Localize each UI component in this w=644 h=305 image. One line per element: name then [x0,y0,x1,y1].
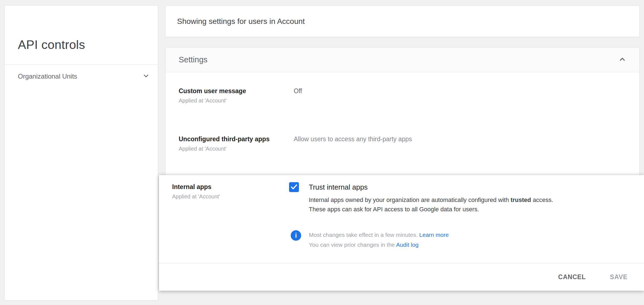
scope-banner: Showing settings for users in Account [165,5,640,37]
audit-log-link[interactable]: Audit log [396,242,419,248]
setting-applied-at: Applied at 'Account' [179,97,294,104]
description-line-2: These apps can ask for API access to all… [309,205,614,214]
save-button[interactable]: SAVE [606,270,632,285]
dialog-actions: CANCEL SAVE [159,264,644,291]
note-text: You can view prior changes in the [309,242,396,248]
setting-label-column: Unconfigured third-party apps Applied at… [179,135,294,152]
note-line-1: Most changes take effect in a few minute… [309,230,449,240]
trust-internal-apps-row: Trust internal apps [289,182,368,192]
api-controls-page: API controls Organizational Units Showin… [0,0,644,305]
organizational-units-label: Organizational Units [18,73,77,80]
setting-label-column: Internal apps Applied at 'Account' [172,183,220,200]
settings-card: Settings Custom user message Applied at … [165,47,640,179]
sidebar-item-organizational-units[interactable]: Organizational Units [5,68,158,85]
scope-text: Showing settings for users in Account [177,17,305,26]
divider [5,64,158,65]
sidebar: API controls Organizational Units [4,5,158,301]
setting-applied-at: Applied at 'Account' [172,193,220,200]
description-text: access. [531,196,553,203]
changes-note: Most changes take effect in a few minute… [309,230,449,250]
setting-name: Custom user message [179,87,294,95]
description-bold-text: trusted [511,196,531,203]
note-line-2: You can view prior changes in the Audit … [309,240,449,250]
checkmark-icon [290,183,298,192]
setting-value: Off [294,87,302,104]
setting-row-unconfigured-third-party-apps[interactable]: Unconfigured third-party apps Applied at… [166,135,639,152]
settings-rows: Custom user message Applied at 'Account'… [166,72,639,152]
note-text: Most changes take effect in a few minute… [309,232,419,238]
setting-label-column: Custom user message Applied at 'Account' [179,87,294,104]
internal-apps-editor: Internal apps Applied at 'Account' Trust… [159,175,644,291]
setting-value: Allow users to access any third-party ap… [294,135,412,152]
chevron-up-icon [618,55,627,65]
cancel-button[interactable]: CANCEL [554,270,590,285]
learn-more-link[interactable]: Learn more [419,232,449,238]
chevron-down-icon [142,72,150,81]
internal-apps-description: Internal apps owned by your organization… [309,195,614,214]
setting-name: Internal apps [172,183,220,191]
trust-internal-apps-label: Trust internal apps [309,183,368,192]
setting-applied-at: Applied at 'Account' [179,145,294,152]
setting-name: Unconfigured third-party apps [179,135,294,143]
info-icon: i [291,230,301,241]
description-text: Internal apps owned by your organization… [309,196,511,203]
trust-internal-apps-checkbox[interactable] [289,182,299,192]
description-line-1: Internal apps owned by your organization… [309,195,614,205]
setting-row-custom-user-message[interactable]: Custom user message Applied at 'Account'… [166,87,639,104]
page-title: API controls [18,37,85,52]
collapse-section-button[interactable] [617,55,627,65]
settings-header: Settings [166,48,639,72]
settings-section-title: Settings [179,55,208,64]
